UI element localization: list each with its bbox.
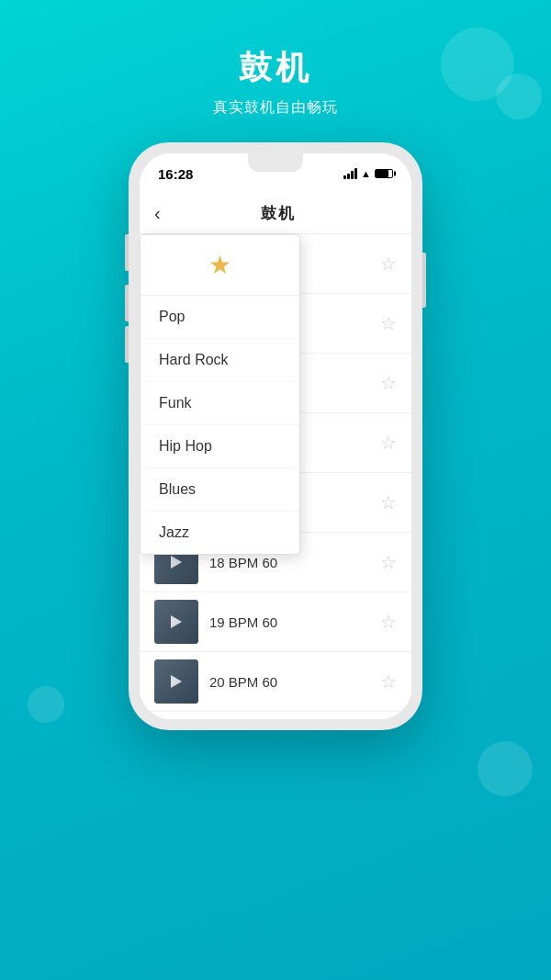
track-thumbnail (154, 600, 198, 644)
favorite-star-icon[interactable]: ☆ (380, 611, 397, 633)
bg-decoration-3 (478, 741, 533, 796)
track-label: 20 BPM 60 (198, 674, 380, 690)
genre-item-pop[interactable]: Pop (141, 296, 299, 339)
status-time: 16:28 (158, 166, 193, 182)
track-thumbnail (154, 659, 198, 704)
wifi-icon: ▲ (361, 168, 371, 179)
favorite-star-icon[interactable]: ☆ (380, 670, 397, 693)
favorite-star-icon[interactable]: ☆ (380, 372, 397, 394)
genre-dropdown: ★ PopHard RockFunkHip HopBluesJazz (140, 234, 300, 555)
status-icons: ▲ (343, 168, 393, 179)
favorite-star-icon[interactable]: ☆ (380, 253, 397, 275)
phone-screen: 16:28 ▲ ‹ 鼓机 1 BP (140, 153, 411, 719)
favorite-star-icon[interactable]: ☆ (380, 312, 397, 334)
favorite-star-icon[interactable]: ☆ (380, 551, 397, 573)
genre-item-hip-hop[interactable]: Hip Hop (141, 425, 299, 468)
play-icon (171, 675, 182, 688)
favorite-star-icon[interactable]: ☆ (380, 432, 397, 454)
track-label: 19 BPM 60 (198, 614, 380, 630)
status-bar: 16:28 ▲ (140, 153, 411, 194)
bg-decoration-2 (496, 73, 542, 119)
notch (248, 153, 303, 172)
track-list-item[interactable]: 20 BPM 60 ☆ (140, 652, 411, 712)
battery-icon (375, 169, 393, 178)
play-icon (171, 556, 182, 569)
back-button[interactable]: ‹ (154, 203, 161, 224)
page-subtitle: 真实鼓机自由畅玩 (0, 98, 551, 118)
favorites-star-icon[interactable]: ★ (208, 250, 231, 280)
signal-icon (343, 168, 357, 179)
dropdown-header: ★ (141, 235, 299, 296)
favorite-star-icon[interactable]: ☆ (380, 491, 397, 513)
genre-item-blues[interactable]: Blues (141, 468, 299, 512)
app-bar-title: 鼓机 (161, 203, 397, 224)
track-label: 18 BPM 60 (198, 555, 380, 570)
track-list-item[interactable]: 23 BPM 85 ☆ (140, 712, 411, 719)
app-bar: ‹ 鼓机 (140, 194, 411, 234)
phone-frame: 16:28 ▲ ‹ 鼓机 1 BP (129, 142, 422, 730)
bg-decoration-4 (28, 686, 64, 723)
play-icon (171, 615, 182, 628)
genre-item-hard-rock[interactable]: Hard Rock (141, 339, 299, 382)
track-list-item[interactable]: 19 BPM 60 ☆ (140, 592, 411, 652)
genre-item-funk[interactable]: Funk (141, 382, 299, 425)
genre-item-jazz[interactable]: Jazz (141, 512, 299, 554)
